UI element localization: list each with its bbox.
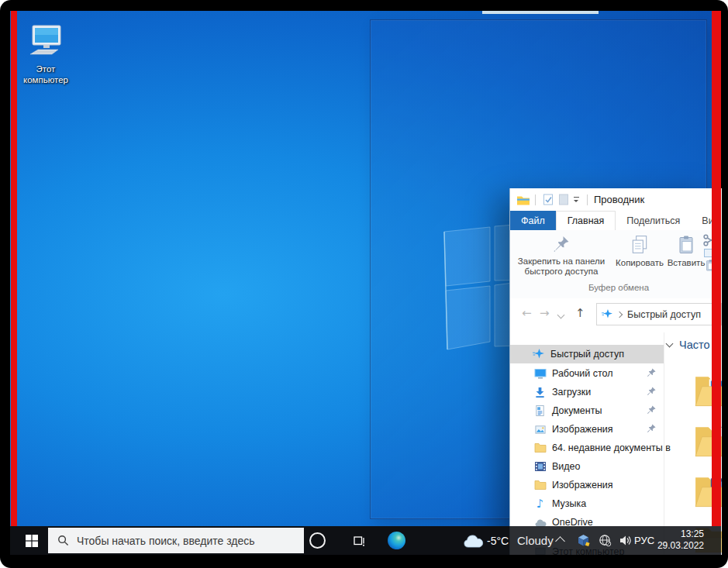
clipboard-group-label: Буфер обмена [526,283,712,292]
weather-cloud-icon [463,535,484,548]
tab-file[interactable]: Файл [510,211,556,230]
copy-icon [630,235,650,255]
qat-customize-dropdown[interactable] [573,196,581,204]
clock-date: 29.03.2022 [648,540,704,552]
navigation-pane: Быстрый доступ Рабочий стол Загрузки [510,332,664,555]
chevron-down-icon [666,340,674,348]
sidebar-item-documents[interactable]: Документы [510,401,664,420]
start-button[interactable] [16,526,47,555]
offscreen-window-edge [482,11,599,14]
documents-icon [533,404,547,418]
cube-icon [577,534,590,547]
sidebar-item-recent-docs-folder[interactable]: 64. недавние документы в [510,439,664,457]
screen-frame: Этот компьютер Проводни [0,0,728,568]
sidebar-item-label: Быстрый доступ [550,349,624,360]
sidebar-item-pictures-folder[interactable]: Изображения [510,476,664,494]
sidebar-item-video[interactable]: Видео [510,457,664,476]
sidebar-item-label: Видео [552,461,581,472]
task-view-button[interactable] [349,526,369,555]
titlebar-separator [535,194,536,205]
sidebar-item-label: Изображения [552,424,613,435]
clock[interactable]: 13:25 29.03.2022 [648,528,704,552]
breadcrumb-location: Быстрый доступ [627,309,701,320]
edge-browser-button[interactable] [388,532,405,549]
paste-label: Вставить [668,258,706,268]
video-icon [533,460,547,473]
address-bar[interactable]: Быстрый доступ [596,303,722,325]
back-button[interactable]: ← [522,306,532,320]
sidebar-item-label: Документы [552,405,602,416]
address-row: ← → ↑ Быстрый доступ [510,298,722,332]
folder-icon [533,442,547,455]
pin-icon [646,423,657,435]
pin-icon [646,367,657,379]
pin-label-line1: Закрепить на панели [518,256,605,266]
section-header-label: Часто [679,339,710,351]
quick-access-star-icon [602,308,613,320]
pushpin-icon [552,235,571,253]
pin-label-line2: быстрого доступа [525,267,599,276]
volume-button[interactable] [616,526,634,555]
ribbon-tabs: Файл Главная Поделиться Вид [510,211,722,231]
this-pc-icon [27,23,64,59]
copy-button[interactable]: Копировать [613,235,666,268]
desktop-icon-label: Этот компьютер [19,64,73,85]
sidebar-item-downloads[interactable]: Загрузки [510,383,664,401]
clock-time: 13:25 [648,528,704,540]
sidebar-item-pictures[interactable]: Изображения [510,420,664,439]
downloads-icon [533,386,547,399]
pin-to-quick-access-button[interactable]: Закрепить на панели быстрого доступа [512,235,610,277]
right-red-border [712,11,721,526]
taskbar-search-input[interactable]: Чтобы начать поиск, введите здесь [48,528,304,553]
copy-label: Копировать [616,258,664,268]
forward-button[interactable]: → [540,306,550,320]
recent-locations-dropdown[interactable] [557,312,565,319]
windows-logo-icon [26,535,38,547]
pin-icon [646,386,657,398]
tab-share[interactable]: Поделиться [616,211,691,230]
breadcrumb-chevron-icon [616,311,623,317]
cortana-button[interactable] [309,532,326,549]
weather-temperature[interactable]: -5°C [487,526,509,555]
task-view-icon [352,534,366,548]
sidebar-item-label: Загрузки [552,387,591,398]
paste-button[interactable]: Вставить [666,235,706,268]
blank-doc-icon [558,194,569,205]
search-icon [57,535,69,546]
titlebar-separator [587,194,588,205]
check-doc-icon [543,194,554,205]
globe-no-internet-icon [599,534,612,547]
quick-access-star-icon [532,348,545,361]
sidebar-item-label: 64. недавние документы в [552,442,671,453]
sidebar-item-quick-access[interactable]: Быстрый доступ [510,345,664,363]
explorer-titlebar[interactable]: Проводник [510,188,722,211]
ribbon: Закрепить на панели быстрого доступа Коп… [510,230,722,299]
qat-new-folder-button[interactable] [556,192,571,208]
desktop-icon [533,367,547,380]
sidebar-item-music[interactable]: ♪ Музыка [510,494,664,513]
qat-properties-button[interactable] [540,192,556,208]
sidebar-item-label: Изображения [552,480,613,491]
sidebar-item-desktop[interactable]: Рабочий стол [510,364,664,383]
show-hidden-icons-chevron[interactable] [555,536,565,546]
network-status-button[interactable] [595,526,614,555]
explorer-main: Быстрый доступ Рабочий стол Загрузки [510,332,722,555]
pictures-icon [533,423,547,436]
music-icon: ♪ [533,497,547,511]
desktop-icon-this-pc[interactable]: Этот компьютер [19,23,73,85]
frequent-folders-header[interactable]: Часто [667,339,710,351]
folder-icon [533,479,547,492]
search-placeholder-text: Чтобы начать поиск, введите здесь [77,535,255,547]
tray-app-button[interactable] [574,526,592,555]
sidebar-item-label: Рабочий стол [552,368,612,379]
weather-condition[interactable]: Cloudy [517,526,554,555]
window-title: Проводник [594,194,644,205]
explorer-window: Проводник Файл Главная Поделиться Вид За… [509,188,722,555]
left-red-border [11,11,17,526]
taskbar: Чтобы начать поиск, введите здесь -5°C C… [10,526,721,555]
tab-home[interactable]: Главная [556,211,616,230]
up-button[interactable]: ↑ [575,306,585,320]
sidebar-item-label: Музыка [552,498,586,509]
pin-icon [646,404,657,416]
speaker-icon [619,534,632,547]
